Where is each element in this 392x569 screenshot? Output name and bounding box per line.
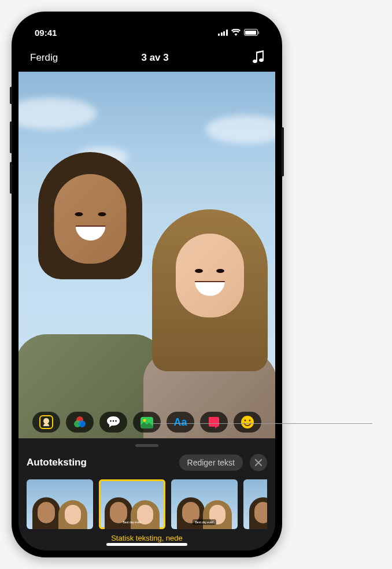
photo-content <box>19 152 275 438</box>
caption-style-option-selected[interactable]: Best day ever! <box>99 479 165 529</box>
edit-text-button[interactable]: Rediger tekst <box>179 455 243 471</box>
caption-style-option[interactable] <box>27 479 93 529</box>
svg-point-9 <box>143 419 146 422</box>
svg-point-12 <box>249 419 250 421</box>
shapes-icon <box>207 416 221 428</box>
speech-bubble-icon <box>106 416 120 428</box>
speech-bubble-button[interactable] <box>99 412 127 433</box>
svg-point-10 <box>241 416 254 428</box>
music-button[interactable] <box>252 50 264 66</box>
main-photo-viewer[interactable]: Aa <box>19 72 275 438</box>
phone-device-frame: 09:41 Ferdig 3 av 3 <box>12 12 282 557</box>
sky-decoration <box>206 115 275 144</box>
memoji-icon <box>39 415 54 430</box>
caption-style-option[interactable]: Best day ever! <box>171 479 238 529</box>
svg-point-4 <box>79 420 86 427</box>
mute-switch <box>10 87 12 104</box>
photo-counter: 3 av 3 <box>141 52 168 64</box>
app-content: Ferdig 3 av 3 <box>19 19 275 550</box>
music-note-icon <box>252 50 264 64</box>
shapes-button[interactable] <box>200 412 228 433</box>
volume-up-button <box>10 121 12 153</box>
status-time: 09:41 <box>35 28 57 38</box>
screen: 09:41 Ferdig 3 av 3 <box>19 19 275 550</box>
selected-style-label: Statisk teksting, nede <box>27 534 267 542</box>
caption-preview-text: Best day ever! <box>120 519 145 525</box>
effects-toolbar: Aa <box>19 412 275 433</box>
emoji-icon <box>241 415 254 429</box>
caption-style-thumbnails[interactable]: Best day ever! Best day ever! <box>27 479 267 529</box>
callout-leader-line <box>153 423 372 424</box>
done-button[interactable]: Ferdig <box>30 52 58 64</box>
stickers-icon <box>139 416 154 428</box>
volume-down-button <box>10 162 12 194</box>
status-right <box>218 28 259 38</box>
wifi-icon <box>231 28 241 38</box>
notch <box>89 19 205 37</box>
caption-header: Autoteksting Rediger tekst <box>27 450 267 479</box>
svg-point-6 <box>113 420 114 422</box>
home-indicator[interactable] <box>106 543 187 546</box>
close-panel-button[interactable] <box>250 454 267 471</box>
caption-style-option[interactable] <box>243 479 267 529</box>
caption-preview-text: Best day ever! <box>193 519 217 525</box>
caption-panel-title: Autoteksting <box>27 457 87 468</box>
svg-point-5 <box>110 420 112 422</box>
svg-point-11 <box>244 419 246 421</box>
filters-icon <box>72 415 87 430</box>
svg-point-1 <box>43 418 49 424</box>
side-button <box>282 127 284 176</box>
text-icon: Aa <box>173 416 187 428</box>
memoji-button[interactable] <box>32 412 60 433</box>
sky-decoration <box>19 98 97 130</box>
caption-panel: Autoteksting Rediger tekst Best day <box>19 438 275 550</box>
emoji-button[interactable] <box>234 412 261 433</box>
svg-point-7 <box>115 420 117 422</box>
stickers-button[interactable] <box>133 412 161 433</box>
close-icon <box>255 459 262 466</box>
text-button[interactable]: Aa <box>167 412 194 433</box>
battery-icon <box>244 29 260 36</box>
drag-handle[interactable] <box>135 444 158 447</box>
person-right <box>133 209 275 438</box>
cellular-signal-icon <box>218 29 228 36</box>
filters-button[interactable] <box>66 412 94 433</box>
